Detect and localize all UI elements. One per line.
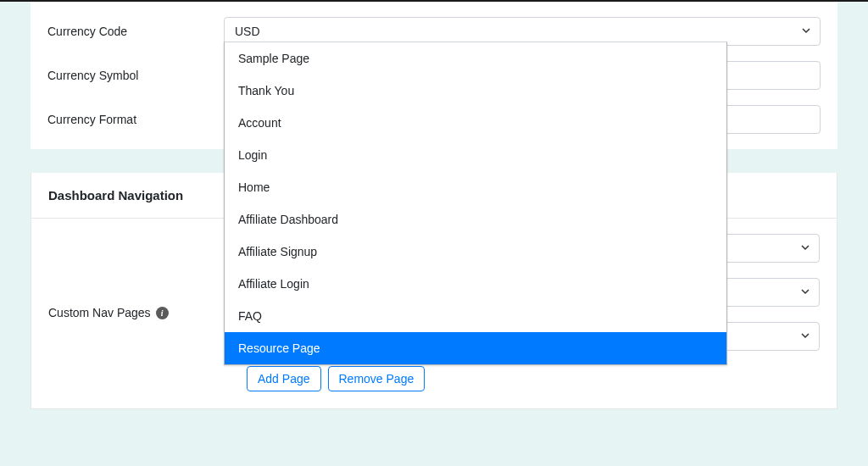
chevron-down-icon <box>800 330 810 343</box>
info-icon[interactable]: i <box>156 307 169 319</box>
dropdown-option[interactable]: Resource Page <box>225 332 726 364</box>
currency-format-label: Currency Format <box>31 113 224 126</box>
add-page-button[interactable]: Add Page <box>247 366 321 391</box>
chevron-down-icon <box>800 286 810 299</box>
dropdown-option[interactable]: Affiliate Dashboard <box>225 203 726 236</box>
dropdown-option[interactable]: Account <box>225 107 726 139</box>
dropdown-option[interactable]: Home <box>225 171 726 203</box>
dropdown-option[interactable]: Login <box>225 139 726 171</box>
chevron-down-icon <box>800 241 810 255</box>
dropdown-option[interactable]: Sample Page <box>225 42 726 75</box>
currency-code-row: Currency Code USD <box>31 2 837 46</box>
dropdown-option[interactable]: Thank You <box>225 75 726 107</box>
remove-page-button[interactable]: Remove Page <box>328 366 426 391</box>
custom-nav-pages-label: Custom Nav Pages <box>48 306 151 319</box>
currency-symbol-label: Currency Symbol <box>31 69 224 82</box>
page-dropdown-menu[interactable]: Sample PageThank YouAccountLoginHomeAffi… <box>224 42 727 365</box>
dropdown-option[interactable]: Affiliate Signup <box>225 236 726 268</box>
currency-code-value: USD <box>235 25 260 38</box>
dropdown-option[interactable]: Affiliate Login <box>225 268 726 300</box>
dropdown-option[interactable]: FAQ <box>225 300 726 332</box>
currency-code-label: Currency Code <box>31 25 224 38</box>
chevron-down-icon <box>801 25 811 38</box>
